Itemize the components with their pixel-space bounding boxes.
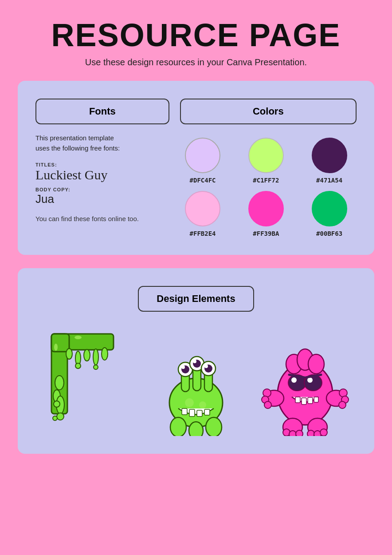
svg-point-31 bbox=[181, 365, 185, 369]
card-header-row: Fonts Colors bbox=[35, 99, 357, 124]
colors-label: Colors bbox=[253, 106, 284, 117]
color-item-5: #FF39BA bbox=[239, 191, 293, 237]
svg-point-67 bbox=[307, 430, 314, 436]
main-content-row: This presentation template uses the foll… bbox=[35, 133, 357, 237]
page-header: RESOURCE PAGE Use these design resources… bbox=[51, 18, 341, 67]
green-monster-svg bbox=[154, 334, 238, 436]
svg-point-39 bbox=[199, 401, 206, 408]
svg-point-6 bbox=[93, 349, 98, 365]
page-title: RESOURCE PAGE bbox=[51, 18, 341, 53]
svg-rect-36 bbox=[197, 410, 202, 416]
svg-point-38 bbox=[185, 398, 194, 407]
svg-point-13 bbox=[54, 401, 60, 407]
svg-point-65 bbox=[289, 431, 296, 436]
svg-point-33 bbox=[204, 365, 208, 368]
body-copy-label: BODY COPY: bbox=[35, 187, 165, 192]
slime-frame-svg bbox=[43, 329, 131, 436]
svg-point-32 bbox=[193, 360, 196, 363]
color-hex-c1ff72: #C1FF72 bbox=[253, 177, 279, 184]
fonts-colors-card: Fonts Colors This presentation template … bbox=[18, 81, 374, 255]
color-hex-dfc4fc: #DFC4FC bbox=[190, 177, 216, 184]
pink-monster-svg bbox=[261, 329, 349, 436]
svg-point-9 bbox=[94, 365, 98, 369]
svg-point-15 bbox=[53, 416, 57, 420]
svg-point-14 bbox=[57, 413, 64, 420]
fonts-section-header: Fonts bbox=[35, 99, 169, 124]
svg-rect-63 bbox=[314, 397, 318, 402]
svg-point-56 bbox=[291, 377, 297, 383]
color-circle-ff39ba bbox=[248, 191, 284, 226]
fonts-footer: You can find these fonts online too. bbox=[35, 215, 165, 222]
design-elements-card: Design Elements bbox=[18, 268, 374, 454]
svg-rect-60 bbox=[295, 397, 300, 403]
svg-point-40 bbox=[278, 363, 333, 425]
color-circle-dfc4fc bbox=[185, 138, 220, 173]
fonts-description: This presentation template uses the foll… bbox=[35, 133, 165, 153]
colors-section: #DFC4FC #C1FF72 #471A54 #FFB2E4 #FF bbox=[176, 133, 357, 237]
green-monster-item bbox=[154, 334, 238, 436]
page-subtitle: Use these design resources in your Canva… bbox=[51, 57, 341, 67]
svg-rect-62 bbox=[308, 397, 313, 404]
color-hex-471a54: #471A54 bbox=[316, 177, 342, 184]
color-hex-ff39ba: #FF39BA bbox=[253, 230, 279, 237]
svg-rect-61 bbox=[302, 398, 306, 404]
svg-point-20 bbox=[189, 422, 203, 436]
svg-point-21 bbox=[206, 417, 222, 436]
svg-point-69 bbox=[320, 429, 327, 436]
design-elements-label: Design Elements bbox=[157, 293, 235, 304]
titles-font-name: Luckiest Guy bbox=[35, 167, 165, 182]
color-item-4: #FFB2E4 bbox=[176, 191, 230, 237]
svg-point-57 bbox=[307, 377, 313, 383]
svg-rect-34 bbox=[182, 408, 187, 415]
svg-rect-37 bbox=[204, 409, 210, 415]
design-elements-header: Design Elements bbox=[35, 286, 357, 312]
slime-frame-item bbox=[43, 329, 131, 436]
svg-point-50 bbox=[264, 401, 271, 408]
svg-rect-2 bbox=[51, 334, 69, 352]
svg-point-7 bbox=[102, 348, 108, 360]
titles-label: TITLES: bbox=[35, 162, 165, 167]
color-hex-ffb2e4: #FFB2E4 bbox=[190, 230, 216, 237]
pink-monster-item bbox=[261, 329, 349, 436]
svg-point-43 bbox=[308, 354, 324, 374]
svg-point-10 bbox=[55, 376, 64, 390]
svg-point-66 bbox=[296, 430, 303, 436]
svg-point-5 bbox=[84, 349, 90, 361]
colors-section-header: Colors bbox=[180, 99, 357, 124]
colors-grid: #DFC4FC #C1FF72 #471A54 #FFB2E4 #FF bbox=[176, 138, 357, 237]
fonts-section: This presentation template uses the foll… bbox=[35, 133, 165, 222]
color-circle-c1ff72 bbox=[248, 138, 284, 173]
color-hex-00bf63: #00BF63 bbox=[316, 230, 342, 237]
color-circle-471a54 bbox=[312, 138, 347, 173]
svg-point-53 bbox=[339, 401, 346, 408]
titles-font-group: TITLES: Luckiest Guy bbox=[35, 162, 165, 182]
svg-point-19 bbox=[170, 417, 186, 436]
svg-point-17 bbox=[74, 336, 82, 339]
fonts-label: Fonts bbox=[89, 106, 116, 117]
svg-point-3 bbox=[66, 349, 72, 359]
color-item-3: #471A54 bbox=[302, 138, 357, 184]
body-font-name: Jua bbox=[35, 192, 165, 206]
color-item-6: #00BF63 bbox=[302, 191, 357, 237]
color-circle-00bf63 bbox=[312, 191, 347, 226]
svg-point-8 bbox=[75, 363, 81, 369]
svg-rect-35 bbox=[189, 409, 195, 416]
body-font-group: BODY COPY: Jua bbox=[35, 187, 165, 206]
color-circle-ffb2e4 bbox=[185, 191, 220, 226]
design-elements-label-box: Design Elements bbox=[138, 286, 254, 312]
color-item-2: #C1FF72 bbox=[239, 138, 293, 184]
color-item-1: #DFC4FC bbox=[176, 138, 230, 184]
svg-point-16 bbox=[54, 344, 58, 351]
monsters-row bbox=[35, 329, 357, 436]
